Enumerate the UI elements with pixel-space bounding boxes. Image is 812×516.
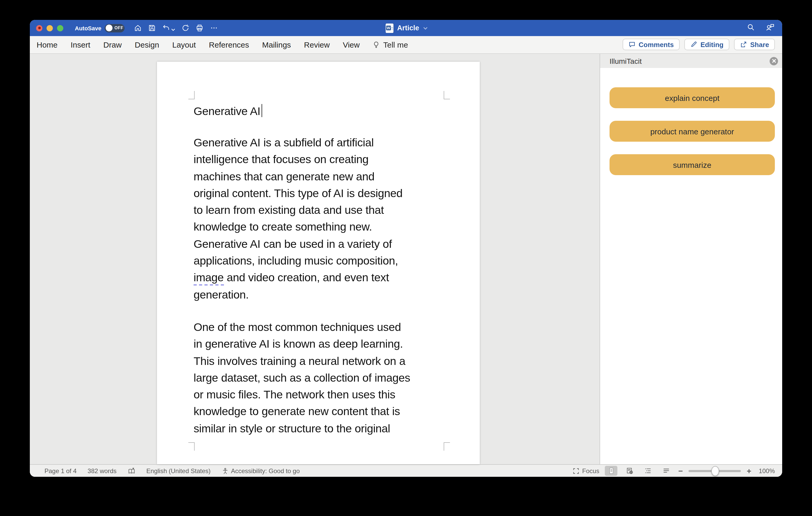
document-line: One of the most common techniques used <box>194 319 410 336</box>
draft-view-button[interactable] <box>660 466 673 476</box>
print-icon[interactable] <box>196 24 204 32</box>
zoom-in-button[interactable]: + <box>747 467 751 475</box>
document-line: machines that can generate new and <box>194 168 410 185</box>
menu-tab-review[interactable]: Review <box>304 40 329 49</box>
proofing-errors-icon <box>128 467 136 475</box>
document-line: Generative AI is a subfield of artificia… <box>194 134 410 151</box>
document-text: Generative AI Generative AI is a subfiel… <box>194 103 410 437</box>
print-layout-icon <box>607 467 615 475</box>
illumitacit-panel: IllumiTacit explain conceptproduct name … <box>600 54 782 464</box>
document-title-menu[interactable]: W Article <box>385 20 428 36</box>
share-button[interactable]: Share <box>734 39 775 50</box>
grammar-flagged-word: image <box>194 272 224 285</box>
document-line: Generative AI can be used in a variety o… <box>194 236 410 253</box>
lightbulb-icon <box>373 41 380 49</box>
print-layout-view-button[interactable] <box>605 466 618 476</box>
menu-tab-home[interactable]: Home <box>37 40 58 49</box>
panel-close-button[interactable] <box>770 57 778 65</box>
minimize-window-button[interactable] <box>47 25 53 31</box>
editing-button[interactable]: Editing <box>684 39 729 50</box>
margin-crop-mark <box>444 442 450 451</box>
traffic-lights <box>36 25 63 31</box>
zoom-slider-knob[interactable] <box>711 466 719 476</box>
autosave-toggle-knob <box>106 25 113 31</box>
accessibility-status[interactable]: Accessibility: Good to go <box>222 467 300 475</box>
margin-crop-mark <box>188 91 195 99</box>
menu-tab-references[interactable]: References <box>209 40 249 49</box>
menu-tabs: HomeInsertDrawDesignLayoutReferencesMail… <box>30 40 360 49</box>
more-commands-icon[interactable] <box>210 24 218 32</box>
autosave-label: AutoSave <box>75 25 102 31</box>
undo-chevron-icon <box>171 28 175 32</box>
word-window: AutoSave OFF <box>30 20 782 477</box>
document-line: intelligence that focuses on creating <box>194 151 410 168</box>
zoom-out-button[interactable]: − <box>678 467 683 475</box>
language-status[interactable]: English (United States) <box>146 467 210 475</box>
contact-support-icon[interactable] <box>765 23 775 33</box>
panel-button-summarize[interactable]: summarize <box>610 154 775 175</box>
document-line: or music files. The network then uses th… <box>194 386 410 403</box>
menu-tab-view[interactable]: View <box>343 40 360 49</box>
save-icon[interactable] <box>148 24 156 32</box>
document-page[interactable]: Generative AI Generative AI is a subfiel… <box>157 62 480 464</box>
word-count-status[interactable]: 382 words <box>88 467 117 475</box>
document-line: knowledge to generate new content that i… <box>194 403 410 420</box>
zoom-percentage[interactable]: 100% <box>757 467 775 475</box>
panel-button-product-name-generator[interactable]: product name generator <box>610 121 775 142</box>
paragraph-2: One of the most common techniques usedin… <box>194 319 410 437</box>
document-line: in generative AI is known as deep learni… <box>194 336 410 353</box>
menu-tab-insert[interactable]: Insert <box>70 40 90 49</box>
document-line: to learn from existing data and use that <box>194 202 410 219</box>
web-layout-icon <box>626 467 634 475</box>
document-line: knowledge to create something new. <box>194 219 410 236</box>
menu-tab-draw[interactable]: Draw <box>103 40 122 49</box>
fullscreen-window-button[interactable] <box>57 25 63 31</box>
title-chevron-down-icon <box>423 25 428 31</box>
panel-button-explain-concept[interactable]: explain concept <box>610 87 775 108</box>
autosave-control: AutoSave OFF <box>75 24 124 32</box>
undo-button[interactable] <box>162 24 175 32</box>
menu-tab-design[interactable]: Design <box>135 40 159 49</box>
autosave-toggle[interactable]: OFF <box>105 24 124 32</box>
comments-button[interactable]: Comments <box>622 39 679 50</box>
document-line: similar in style or structure to the ori… <box>194 420 410 437</box>
panel-header: IllumiTacit <box>600 54 782 68</box>
accessibility-icon <box>222 467 228 475</box>
page-number-status[interactable]: Page 1 of 4 <box>45 467 77 475</box>
ribbon-tab-bar: HomeInsertDrawDesignLayoutReferencesMail… <box>30 36 782 54</box>
search-icon[interactable] <box>747 23 755 33</box>
autosave-state: OFF <box>115 26 123 30</box>
tell-me-control[interactable]: Tell me <box>373 40 408 49</box>
margin-crop-mark <box>444 91 450 99</box>
word-document-icon: W <box>385 23 394 33</box>
text-cursor <box>261 104 262 117</box>
document-line: large dataset, such as a collection of i… <box>194 370 410 387</box>
document-line: original content. This type of AI is des… <box>194 185 410 202</box>
pencil-icon <box>690 41 697 48</box>
outline-icon <box>644 467 652 475</box>
focus-mode-button[interactable]: Focus <box>572 467 599 475</box>
menu-tab-layout[interactable]: Layout <box>172 40 196 49</box>
document-heading: Generative AI <box>194 103 410 120</box>
screen: AutoSave OFF <box>0 0 812 516</box>
close-icon <box>772 59 776 63</box>
web-layout-view-button[interactable] <box>624 466 636 476</box>
draft-icon <box>662 467 670 475</box>
panel-actions: explain conceptproduct name generatorsum… <box>600 68 782 175</box>
zoom-slider[interactable] <box>689 470 741 472</box>
margin-crop-mark <box>188 442 195 451</box>
home-icon[interactable] <box>134 24 142 32</box>
panel-title: IllumiTacit <box>610 57 642 65</box>
comment-icon <box>628 41 635 48</box>
document-workspace: Generative AI Generative AI is a subfiel… <box>30 54 600 464</box>
outline-view-button[interactable] <box>642 466 654 476</box>
proofing-status[interactable] <box>128 467 136 475</box>
redo-icon[interactable] <box>181 24 190 32</box>
menu-tab-mailings[interactable]: Mailings <box>262 40 291 49</box>
document-line: generation. <box>194 286 410 303</box>
document-line: This involves training a neural network … <box>194 353 410 370</box>
close-window-button[interactable] <box>36 25 42 31</box>
share-icon <box>740 41 747 48</box>
tell-me-label: Tell me <box>383 40 408 49</box>
document-title: Article <box>397 24 419 32</box>
